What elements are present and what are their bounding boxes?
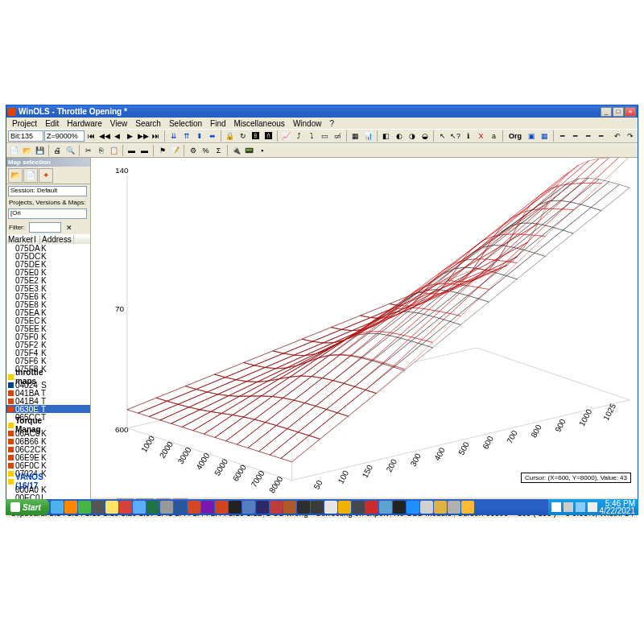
org-button[interactable]: Org <box>506 130 525 142</box>
mark-up-icon[interactable]: ⤴ <box>293 130 305 142</box>
chip-icon[interactable]: ▬ <box>126 145 138 157</box>
menu-hardware[interactable]: Hardware <box>63 119 105 128</box>
tree-item[interactable]: 041B4T <box>6 397 90 405</box>
taskbar-app-16[interactable] <box>270 501 283 514</box>
maximize-button[interactable]: □ <box>613 107 624 117</box>
arrows-up-icon[interactable]: ⇈ <box>180 130 192 142</box>
flag-icon[interactable]: ⚑ <box>156 145 168 157</box>
minimize-button[interactable]: _ <box>601 107 612 117</box>
chart-icon[interactable]: 📊 <box>362 130 374 142</box>
tree-item[interactable]: Torque Manag <box>6 421 90 429</box>
bit-field[interactable] <box>8 130 43 142</box>
arrows-dn-icon[interactable]: ⇊ <box>167 130 180 142</box>
cursor-icon[interactable]: ↖ <box>436 130 448 142</box>
tree-action-icon[interactable]: ✦ <box>39 168 53 183</box>
taskbar-app-28[interactable] <box>434 501 447 514</box>
select-icon[interactable]: ▭ <box>319 130 331 142</box>
taskbar-app-29[interactable] <box>448 501 460 514</box>
line4-icon[interactable]: ━ <box>595 130 607 142</box>
menu-search[interactable]: Search <box>131 119 165 128</box>
taskbar-app-18[interactable] <box>297 501 310 514</box>
lock-icon[interactable]: 🔒 <box>224 130 236 142</box>
tree-item[interactable]: 06E9EK <box>6 453 90 461</box>
split-up-icon[interactable]: ⬍ <box>193 130 205 142</box>
taskbar-app-11[interactable] <box>201 501 214 514</box>
tree-item[interactable]: 075DEK <box>6 260 90 268</box>
tray-icon-1[interactable] <box>551 502 561 512</box>
tree-item[interactable]: 06AC0K <box>6 429 90 437</box>
taskbar-app-7[interactable] <box>147 501 159 514</box>
tree-item[interactable]: 075E3K <box>6 284 90 292</box>
tree-item[interactable]: 06C2CK <box>6 445 90 453</box>
tree-item[interactable]: 075DCK <box>6 252 90 260</box>
taskbar-app-10[interactable] <box>188 501 200 514</box>
filter-input[interactable] <box>29 222 61 233</box>
undo-icon[interactable]: ↶ <box>611 130 623 142</box>
taskbar-app-22[interactable] <box>352 501 365 514</box>
tree-item[interactable]: 04024S <box>6 381 90 389</box>
tree-item[interactable]: 075E2K <box>6 276 90 284</box>
nav-first-icon[interactable]: ⏮ <box>85 130 97 142</box>
filter-clear-icon[interactable]: ✕ <box>63 221 75 233</box>
open-icon[interactable]: 📂 <box>21 145 33 157</box>
cursor-q-icon[interactable]: ↖? <box>449 130 461 142</box>
view-left-icon[interactable]: ◐ <box>393 130 405 142</box>
taskbar-app-2[interactable] <box>78 501 91 514</box>
win-new-icon[interactable]: ▣ <box>526 130 538 142</box>
tree-new-icon[interactable]: 📄 <box>23 168 38 183</box>
clear-sel-icon[interactable]: ▭̸ <box>332 130 344 142</box>
menu-miscellaneous[interactable]: Miscellaneous <box>230 119 289 128</box>
folder-open-icon[interactable]: 📂 <box>8 168 23 183</box>
taskbar-app-21[interactable] <box>338 501 351 514</box>
tree-item[interactable]: 075F6K <box>6 357 90 365</box>
view-3d-icon[interactable]: ◧ <box>380 130 392 142</box>
line1-icon[interactable]: ━ <box>556 130 568 142</box>
chart-3d-view[interactable]: 140 70 600 10002000300040005000600070008… <box>91 158 638 497</box>
taskbar-app-26[interactable] <box>407 501 419 514</box>
tree-item[interactable]: 0630ET <box>6 405 90 413</box>
hw3-icon[interactable]: ▪ <box>256 145 268 157</box>
map-tree[interactable]: 075DAK075DCK075DEK075E0K075E2K075E3K075E… <box>6 244 90 508</box>
taskbar-app-17[interactable] <box>283 501 296 514</box>
start-button[interactable]: Start <box>6 499 49 515</box>
taskbar-app-12[interactable] <box>215 501 228 514</box>
hw-icon[interactable]: 🔌 <box>230 145 242 157</box>
hw2-icon[interactable]: 📟 <box>243 145 255 157</box>
taskbar-app-23[interactable] <box>365 501 378 514</box>
axis-a-icon[interactable]: a <box>488 130 500 142</box>
tree-item[interactable]: 06F0CK <box>6 461 90 469</box>
taskbar-app-14[interactable] <box>242 501 255 514</box>
taskbar-app-19[interactable] <box>311 501 324 514</box>
refresh-icon[interactable]: ↻ <box>237 130 249 142</box>
chip2-icon[interactable]: ▬ <box>138 145 151 157</box>
percent-icon[interactable]: % <box>200 145 212 157</box>
nav-prev-icon[interactable]: ◀◀ <box>98 130 110 142</box>
mark-dn-icon[interactable]: ⤵ <box>306 130 318 142</box>
menu-window[interactable]: Window <box>289 119 326 128</box>
taskbar-app-13[interactable] <box>229 501 242 514</box>
view-right-icon[interactable]: ◑ <box>406 130 418 142</box>
tree-item[interactable]: 075EEK <box>6 324 90 332</box>
line3-icon[interactable]: ━ <box>582 130 594 142</box>
info-icon[interactable]: ℹ <box>462 130 474 142</box>
taskbar-app-8[interactable] <box>160 501 173 514</box>
taskbar-app-24[interactable] <box>379 501 392 514</box>
menu-view[interactable]: View <box>106 119 132 128</box>
taskbar-app-15[interactable] <box>256 501 269 514</box>
redo-icon[interactable]: ↷ <box>624 130 636 142</box>
preview-icon[interactable]: 🔍 <box>64 145 76 157</box>
tree-item[interactable]: 075E6K <box>6 292 90 300</box>
menu-edit[interactable]: Edit <box>41 119 63 128</box>
taskbar-app-30[interactable] <box>461 501 474 514</box>
tree-item[interactable]: VANOS (16/17 <box>6 477 90 485</box>
menu-?[interactable]: ? <box>325 119 338 128</box>
menu-selection[interactable]: Selection <box>165 119 206 128</box>
tree-item[interactable]: 075E0K <box>6 268 90 276</box>
titlebar[interactable]: WinOLS - Throttle Opening * _ □ × <box>6 105 638 118</box>
tree-item[interactable]: 075F2K <box>6 341 90 349</box>
zoom-field[interactable] <box>44 130 85 142</box>
axis-x-icon[interactable]: X <box>475 130 487 142</box>
tree-item[interactable]: 075EAK <box>6 308 90 316</box>
grid-icon[interactable]: ▦ <box>349 130 361 142</box>
cut-icon[interactable]: ✂ <box>82 145 94 157</box>
